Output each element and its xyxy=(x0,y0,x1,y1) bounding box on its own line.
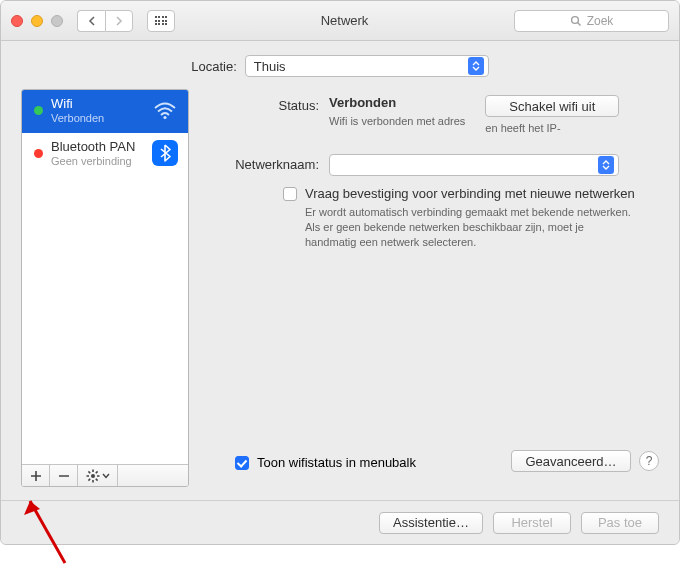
services-sidebar: Wifi Verbonden Bluetooth PAN Geen verbin… xyxy=(21,89,189,487)
close-icon[interactable] xyxy=(11,15,23,27)
remove-service-button[interactable] xyxy=(50,465,78,486)
wifi-icon xyxy=(152,98,178,124)
svg-line-10 xyxy=(95,471,97,473)
network-name-label: Netwerknaam: xyxy=(203,154,329,172)
add-service-button[interactable] xyxy=(22,465,50,486)
status-label: Status: xyxy=(203,95,329,113)
service-item-bluetooth-pan[interactable]: Bluetooth PAN Geen verbinding xyxy=(22,133,188,176)
search-icon xyxy=(570,15,582,27)
svg-line-11 xyxy=(88,478,90,480)
service-item-wifi[interactable]: Wifi Verbonden xyxy=(22,90,188,133)
show-all-button[interactable] xyxy=(147,10,175,32)
titlebar: Netwerk Zoek xyxy=(1,1,679,41)
checkbox-icon xyxy=(235,456,249,470)
svg-line-9 xyxy=(95,478,97,480)
search-placeholder: Zoek xyxy=(587,14,614,28)
location-label: Locatie: xyxy=(191,59,237,74)
svg-point-0 xyxy=(571,16,578,23)
back-button[interactable] xyxy=(77,10,105,32)
content-area: Locatie: Thuis Wifi Verbonden xyxy=(1,41,679,544)
forward-button[interactable] xyxy=(105,10,133,32)
bottom-bar: Assistentie… Herstel Pas toe xyxy=(1,500,679,544)
chevron-updown-icon xyxy=(598,156,614,174)
search-input[interactable]: Zoek xyxy=(514,10,669,32)
zoom-icon xyxy=(51,15,63,27)
ask-confirm-label: Vraag bevestiging voor verbinding met ni… xyxy=(305,186,635,201)
help-button[interactable]: ? xyxy=(639,451,659,471)
sidebar-footer xyxy=(22,464,188,486)
service-status: Geen verbinding xyxy=(51,155,135,168)
svg-point-2 xyxy=(163,116,166,119)
service-name: Wifi xyxy=(51,97,104,112)
ask-confirm-checkbox[interactable]: Vraag bevestiging voor verbinding met ni… xyxy=(283,186,659,201)
minus-icon xyxy=(58,470,70,482)
nav-back-forward xyxy=(77,10,133,32)
status-dot-icon xyxy=(34,106,43,115)
toggle-wifi-button[interactable]: Schakel wifi uit xyxy=(485,95,619,117)
network-preferences-window: Netwerk Zoek Locatie: Thuis Wifi xyxy=(0,0,680,545)
location-select[interactable]: Thuis xyxy=(245,55,489,77)
network-name-select[interactable] xyxy=(329,154,619,176)
apply-button: Pas toe xyxy=(581,512,659,534)
service-actions-button[interactable] xyxy=(78,465,118,486)
revert-button: Herstel xyxy=(493,512,571,534)
svg-point-3 xyxy=(91,474,95,478)
chevron-updown-icon xyxy=(468,57,484,75)
show-menubar-checkbox[interactable]: Toon wifistatus in menubalk xyxy=(235,455,416,470)
service-status: Verbonden xyxy=(51,112,104,125)
traffic-lights xyxy=(11,15,63,27)
window-title: Netwerk xyxy=(183,13,506,28)
detail-pane: Status: Verbonden Wifi is verbonden met … xyxy=(203,89,659,487)
service-name: Bluetooth PAN xyxy=(51,140,135,155)
ask-confirm-help: Er wordt automatisch verbinding gemaakt … xyxy=(305,205,635,250)
show-menubar-label: Toon wifistatus in menubalk xyxy=(257,455,416,470)
gear-icon xyxy=(86,469,100,483)
advanced-button[interactable]: Geavanceerd… xyxy=(511,450,631,472)
bluetooth-icon xyxy=(152,140,178,166)
checkbox-icon xyxy=(283,187,297,201)
status-value: Verbonden xyxy=(329,95,465,110)
status-dot-icon xyxy=(34,149,43,158)
status-subtext-1: Wifi is verbonden met adres xyxy=(329,114,465,129)
svg-line-8 xyxy=(88,471,90,473)
chevron-down-icon xyxy=(102,473,110,479)
location-value: Thuis xyxy=(254,59,286,74)
grid-icon xyxy=(155,16,168,25)
svg-line-1 xyxy=(577,22,580,25)
status-subtext-2: en heeft het IP- xyxy=(485,121,560,136)
plus-icon xyxy=(30,470,42,482)
minimize-icon[interactable] xyxy=(31,15,43,27)
assist-button[interactable]: Assistentie… xyxy=(379,512,483,534)
location-row: Locatie: Thuis xyxy=(1,41,679,89)
